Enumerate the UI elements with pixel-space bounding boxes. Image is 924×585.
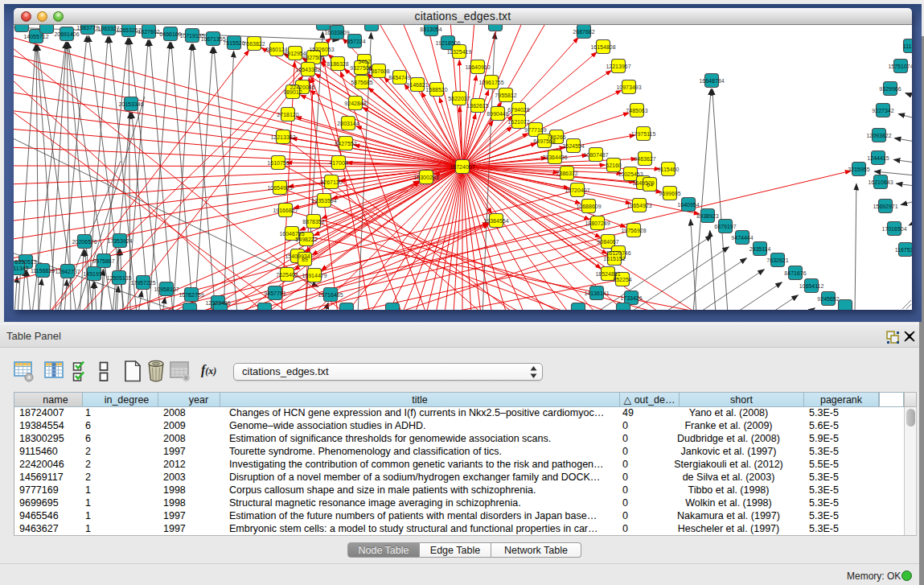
svg-text:1527602: 1527602 [138,29,159,35]
svg-text:17975115: 17975115 [631,131,656,137]
svg-text:16648784: 16648784 [699,78,724,84]
svg-text:1733426: 1733426 [620,295,642,301]
svg-text:1610755: 1610755 [267,160,289,166]
svg-text:17353924: 17353924 [107,238,132,244]
svg-text:252254: 252254 [613,277,631,282]
svg-text:1167533: 1167533 [895,247,912,253]
svg-text:8878352: 8878352 [302,219,324,225]
svg-text:11123: 11123 [903,43,912,49]
svg-text:20206576: 20206576 [72,239,97,245]
svg-text:12505135: 12505135 [106,275,131,281]
svg-text:3911343: 3911343 [14,266,28,271]
svg-text:9975867: 9975867 [92,258,114,264]
svg-text:1640954: 1640954 [677,202,699,208]
svg-text:9245652: 9245652 [817,296,839,302]
svg-text:6879197: 6879197 [714,224,736,229]
svg-text:7625402: 7625402 [276,272,298,278]
svg-text:6497568: 6497568 [533,138,555,144]
svg-text:19756928: 19756928 [621,228,646,233]
svg-text:19166827: 19166827 [273,208,298,213]
svg-text:16671355: 16671355 [200,36,225,42]
svg-text:6794028: 6794028 [507,107,529,113]
svg-text:1451914: 1451914 [83,271,105,277]
svg-text:5875685: 5875685 [351,80,372,85]
svg-text:12353594: 12353594 [311,198,336,204]
svg-text:9115460: 9115460 [658,167,680,172]
svg-text:17957225: 17957225 [130,280,155,286]
svg-text:6466160: 6466160 [159,31,181,37]
svg-text:17016504: 17016504 [881,226,906,232]
svg-text:7357224: 7357224 [343,39,365,44]
svg-text:9084067: 9084067 [597,239,618,245]
svg-text:11156829: 11156829 [31,268,55,274]
svg-text:8813054: 8813054 [420,27,441,32]
svg-text:16033809: 16033809 [324,30,349,35]
svg-text:15300293: 15300293 [413,175,438,180]
svg-text:15751074: 15751074 [888,64,912,69]
svg-text:989012: 989012 [283,89,302,95]
svg-text:18724007: 18724007 [450,164,474,170]
svg-text:5822037: 5822037 [448,96,470,101]
svg-text:10688609: 10688609 [576,204,601,209]
svg-text:2935114: 2935114 [749,246,771,252]
svg-text:9457791: 9457791 [264,290,285,296]
svg-text:12323486: 12323486 [205,300,230,306]
svg-text:1621072: 1621072 [507,119,529,125]
svg-text:10025453: 10025453 [618,171,643,177]
svg-text:16154808: 16154808 [590,44,615,50]
svg-text:20691406: 20691406 [54,31,79,37]
svg-text:9227342: 9227342 [872,108,893,113]
svg-text:11325419: 11325419 [447,49,472,55]
svg-text:3624554: 3624554 [562,143,584,149]
svg-text:10807487: 10807487 [583,152,608,158]
svg-text:5462: 5462 [358,59,371,64]
svg-text:9474444: 9474444 [731,235,753,241]
svg-text:12942737: 12942737 [55,269,80,274]
svg-text:10958107: 10958107 [154,286,179,292]
svg-text:21364436: 21364436 [542,154,567,160]
svg-text:9463627: 9463627 [634,156,655,162]
svg-text:1983779: 1983779 [76,25,98,31]
svg-text:15692971: 15692971 [873,204,897,209]
svg-text:12213382: 12213382 [270,134,295,140]
svg-text:16120746: 16120746 [606,250,630,256]
svg-text:9699695: 9699695 [659,191,680,196]
svg-text:15226053: 15226053 [309,47,334,52]
svg-text:7485063: 7485063 [626,108,647,113]
svg-text:10961755: 10961755 [478,80,503,85]
svg-text:64: 64 [647,182,653,187]
svg-text:14055712: 14055712 [23,34,48,39]
svg-text:10654112: 10654112 [799,283,824,289]
svg-text:7386372: 7386372 [556,171,577,176]
svg-text:9329966: 9329966 [879,86,901,92]
svg-text:2367608: 2367608 [368,68,389,74]
svg-text:8186328: 8186328 [326,61,348,67]
svg-text:15716485: 15716485 [318,292,343,298]
svg-text:19218506: 19218506 [435,40,460,46]
svg-text:19654923: 19654923 [626,203,651,208]
svg-text:1362615: 1362615 [466,103,488,109]
svg-text:18640910: 18640910 [465,64,490,70]
svg-text:7515526: 7515526 [223,40,244,46]
svg-text:14136141: 14136141 [584,290,609,296]
svg-text:16782759: 16782759 [179,292,203,298]
svg-text:1244415: 1244415 [867,155,889,161]
svg-text:2718120: 2718120 [277,112,298,117]
svg-text:15720407: 15720407 [565,187,589,193]
svg-text:9327505: 9327505 [302,55,324,60]
svg-text:7663822: 7663822 [243,41,265,47]
svg-text:12093822: 12093822 [866,133,891,138]
svg-text:8454749: 8454749 [388,75,410,80]
svg-text:9777169: 9777169 [524,127,546,133]
svg-text:417004: 417004 [329,160,347,166]
svg-text:16543382: 16543382 [295,67,320,72]
svg-text:16210643: 16210643 [868,179,893,185]
svg-text:89: 89 [302,257,308,262]
svg-text:10654925: 10654925 [267,185,292,191]
svg-text:9242848: 9242848 [344,101,366,106]
svg-text:5498222: 5498222 [295,237,317,242]
svg-text:62160: 62160 [606,163,622,168]
svg-text:12213967: 12213967 [606,64,630,69]
svg-text:8267130: 8267130 [320,179,342,185]
svg-text:18524851: 18524851 [595,271,620,277]
